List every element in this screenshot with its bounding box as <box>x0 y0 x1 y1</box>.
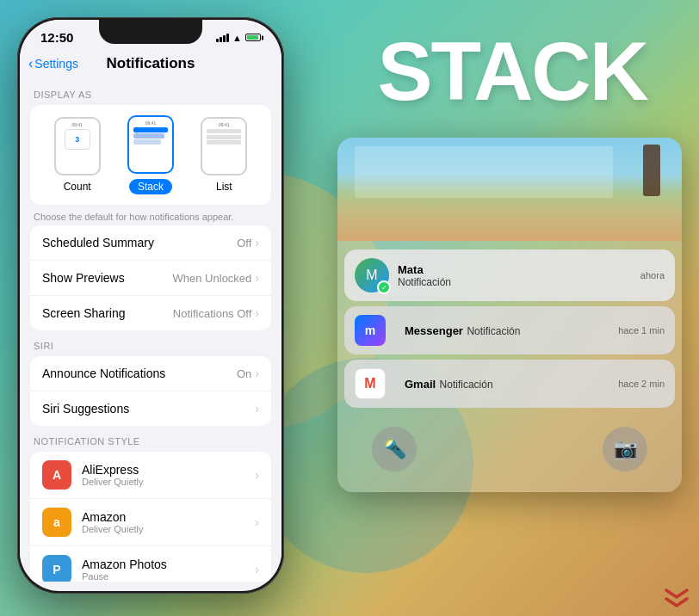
siri-settings-group: Announce Notifications On › Siri Suggest… <box>30 356 271 426</box>
settings-group-main: Scheduled Summary Off › Show Previews Wh… <box>30 225 271 330</box>
camera-button[interactable]: 📷 <box>603 427 647 471</box>
back-chevron-icon: ‹ <box>28 56 33 71</box>
chevron-icon: › <box>255 367 259 380</box>
list-label: List <box>216 181 232 193</box>
flashlight-button[interactable]: 🔦 <box>372 427 417 471</box>
gmail-label: Gmail <box>405 378 436 391</box>
notif-style-label: NOTIFICATION STYLE <box>20 426 281 452</box>
display-option-count[interactable]: 09:41 3 Count <box>54 117 101 193</box>
notif-card-mata[interactable]: M ✓ Mata Notificación ahora <box>344 249 675 301</box>
messenger-label: Messenger <box>405 324 463 337</box>
aliexpress-subtitle: Deliver Quietly <box>82 477 255 487</box>
count-icon-wrap: 09:41 3 <box>54 117 101 176</box>
amazon-info: Amazon Deliver Quietly <box>82 510 255 534</box>
notif-body-gmail: Gmail Notificación <box>405 376 609 391</box>
screen-content: DISPLAY AS 09:41 3 Count 09:41 <box>20 79 281 582</box>
phone-notch <box>99 20 202 44</box>
siri-suggestions-row[interactable]: Siri Suggestions › <box>30 391 271 426</box>
flashlight-icon: 🔦 <box>383 438 406 460</box>
phone-frame: 12:50 ▲ ‹ Se <box>17 17 284 594</box>
list-icon-wrap: 09:41 <box>201 117 247 176</box>
app-list-group: A AliExpress Deliver Quietly › a <box>30 452 271 582</box>
phone-mockup: 12:50 ▲ ‹ Se <box>17 17 284 594</box>
notif-sender: Mata <box>398 263 632 276</box>
list-bars <box>207 129 241 145</box>
chevron-icon: › <box>255 468 259 482</box>
chevron-icon: › <box>255 515 259 529</box>
phone-screen: 12:50 ▲ ‹ Se <box>20 20 281 591</box>
announce-notifications-value: On › <box>237 367 259 380</box>
display-hint: Choose the default for how notifications… <box>20 205 281 225</box>
aliexpress-name: AliExpress <box>82 463 255 477</box>
scheduled-summary-label: Scheduled Summary <box>42 236 154 249</box>
aliexpress-row[interactable]: A AliExpress Deliver Quietly › <box>30 452 271 499</box>
notif-card-gmail[interactable]: M Gmail Notificación hace 2 min <box>344 360 675 408</box>
siri-suggestions-value: › <box>255 402 259 416</box>
messenger-time: hace 1 min <box>618 325 665 336</box>
amazon-photos-name: Amazon Photos <box>82 557 255 571</box>
signal-icon <box>216 34 229 42</box>
amazon-subtitle: Deliver Quietly <box>82 524 255 534</box>
status-time: 12:50 <box>40 30 73 45</box>
show-previews-row[interactable]: Show Previews When Unlocked › <box>30 261 271 296</box>
display-option-list[interactable]: 09:41 List <box>201 117 247 193</box>
announce-notifications-row[interactable]: Announce Notifications On › <box>30 356 271 391</box>
aliexpress-info: AliExpress Deliver Quietly <box>82 463 255 487</box>
display-as-options: 09:41 3 Count 09:41 <box>30 105 271 205</box>
stack-selected-badge: Stack <box>129 179 172 194</box>
screen-sharing-value: Notifications Off › <box>173 306 259 320</box>
status-icons: ▲ <box>216 33 261 43</box>
gmail-app-icon: M <box>355 368 386 399</box>
avatar-wrap: M ✓ <box>355 258 389 293</box>
notif-card-messenger[interactable]: m Messenger Notificación hace 1 min <box>344 306 675 354</box>
amazon-icon: a <box>42 508 71 537</box>
stack-icon-wrap: 09:41 <box>127 115 174 174</box>
notif-body-messenger: Messenger Notificación <box>405 323 609 338</box>
gmail-text: Notificación <box>440 379 493 391</box>
show-previews-value: When Unlocked › <box>173 271 259 285</box>
watermark <box>665 588 689 607</box>
gmail-time: hace 2 min <box>618 379 665 389</box>
notif-text: Notificación <box>398 276 632 288</box>
count-badge: 3 <box>65 129 90 150</box>
stack-title: STACK <box>377 24 647 119</box>
siri-suggestions-label: Siri Suggestions <box>42 402 129 416</box>
amazon-row[interactable]: a Amazon Deliver Quietly › <box>30 499 271 546</box>
lock-bg-image <box>337 138 682 241</box>
chevron-icon: › <box>255 306 259 320</box>
amazon-name: Amazon <box>82 510 255 524</box>
scheduled-summary-row[interactable]: Scheduled Summary Off › <box>30 225 271 261</box>
siri-section-label: SIRI <box>20 330 281 356</box>
notif-cards-container: M ✓ Mata Notificación ahora m Messenger … <box>337 241 682 492</box>
aliexpress-icon: A <box>42 460 71 490</box>
amazon-photos-info: Amazon Photos Pause <box>82 557 255 582</box>
messenger-app-icon: m <box>355 315 386 346</box>
announce-notifications-label: Announce Notifications <box>42 367 165 380</box>
nav-back-button[interactable]: ‹ Settings <box>28 56 78 71</box>
chevron-icon: › <box>255 402 259 416</box>
screen-sharing-label: Screen Sharing <box>42 306 126 320</box>
amazon-photos-icon: P <box>42 555 71 582</box>
chevron-icon: › <box>255 271 259 285</box>
wifi-icon: ▲ <box>232 33 242 43</box>
nav-title: Notifications <box>107 55 195 72</box>
scheduled-summary-value: Off › <box>237 236 259 249</box>
amazon-photos-row[interactable]: P Amazon Photos Pause › <box>30 546 271 582</box>
whatsapp-badge-icon: ✓ <box>377 280 391 294</box>
messenger-text: Notificación <box>467 325 520 337</box>
notif-time: ahora <box>640 270 665 280</box>
nav-back-label: Settings <box>34 57 78 71</box>
chevron-icon: › <box>255 563 259 576</box>
count-label: Count <box>64 181 91 193</box>
amazon-photos-subtitle: Pause <box>82 571 255 582</box>
camera-icon: 📷 <box>614 438 637 460</box>
chevron-icon: › <box>255 236 259 249</box>
display-as-label: DISPLAY AS <box>20 79 281 105</box>
lock-screen-panel: M ✓ Mata Notificación ahora m Messenger … <box>337 138 682 492</box>
watermark-chevrons-icon <box>665 588 689 607</box>
battery-icon <box>245 34 261 41</box>
screen-sharing-row[interactable]: Screen Sharing Notifications Off › <box>30 296 271 330</box>
lock-controls: 🔦 📷 <box>337 413 682 485</box>
display-option-stack[interactable]: 09:41 Stack <box>127 115 174 194</box>
stack-bars <box>133 127 168 145</box>
